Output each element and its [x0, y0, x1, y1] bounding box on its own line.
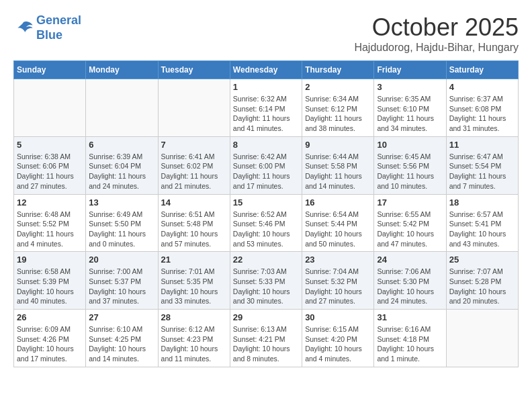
day-info: Sunrise: 6:35 AMSunset: 6:10 PMDaylight:… — [377, 94, 443, 134]
day-info: Sunrise: 6:54 AMSunset: 5:44 PMDaylight:… — [305, 210, 371, 249]
calendar-week-row: 5Sunrise: 6:38 AMSunset: 6:06 PMDaylight… — [14, 136, 519, 194]
day-info: Sunrise: 6:16 AMSunset: 4:18 PMDaylight:… — [377, 324, 443, 364]
calendar-cell: 8Sunrise: 6:42 AMSunset: 6:00 PMDaylight… — [230, 136, 302, 194]
day-info: Sunrise: 6:39 AMSunset: 6:04 PMDaylight:… — [89, 152, 154, 191]
day-info: Sunrise: 7:07 AMSunset: 5:28 PMDaylight:… — [449, 267, 515, 306]
calendar-week-row: 12Sunrise: 6:48 AMSunset: 5:52 PMDayligh… — [14, 194, 519, 252]
calendar-cell: 20Sunrise: 7:00 AMSunset: 5:37 PMDayligh… — [86, 252, 158, 310]
day-number: 14 — [161, 197, 227, 208]
calendar-cell: 18Sunrise: 6:57 AMSunset: 5:41 PMDayligh… — [446, 194, 518, 252]
calendar-cell — [158, 79, 230, 137]
day-info: Sunrise: 6:44 AMSunset: 5:58 PMDaylight:… — [305, 152, 371, 191]
day-info: Sunrise: 6:37 AMSunset: 6:08 PMDaylight:… — [449, 94, 515, 134]
day-info: Sunrise: 6:49 AMSunset: 5:50 PMDaylight:… — [89, 210, 154, 249]
day-number: 13 — [89, 197, 154, 208]
day-number: 20 — [89, 255, 154, 265]
day-info: Sunrise: 7:06 AMSunset: 5:30 PMDaylight:… — [377, 267, 443, 306]
calendar-cell — [446, 310, 518, 367]
day-number: 6 — [89, 140, 154, 150]
day-number: 29 — [233, 312, 299, 322]
calendar-cell: 28Sunrise: 6:12 AMSunset: 4:23 PMDayligh… — [158, 310, 230, 367]
day-number: 25 — [449, 255, 515, 265]
day-info: Sunrise: 6:51 AMSunset: 5:48 PMDaylight:… — [161, 210, 227, 249]
day-info: Sunrise: 7:01 AMSunset: 5:35 PMDaylight:… — [161, 267, 227, 306]
calendar-cell — [86, 79, 158, 137]
calendar-cell: 7Sunrise: 6:41 AMSunset: 6:02 PMDaylight… — [158, 136, 230, 194]
calendar-cell: 11Sunrise: 6:47 AMSunset: 5:54 PMDayligh… — [446, 136, 518, 194]
header-cell-monday: Monday — [86, 61, 158, 79]
day-number: 2 — [305, 82, 371, 92]
header-cell-sunday: Sunday — [14, 61, 86, 79]
day-info: Sunrise: 6:10 AMSunset: 4:25 PMDaylight:… — [89, 324, 154, 364]
calendar-cell — [14, 79, 86, 137]
day-number: 23 — [305, 255, 371, 265]
calendar-cell: 27Sunrise: 6:10 AMSunset: 4:25 PMDayligh… — [86, 310, 158, 367]
calendar-cell: 22Sunrise: 7:03 AMSunset: 5:33 PMDayligh… — [230, 252, 302, 310]
day-number: 11 — [449, 140, 515, 150]
calendar-cell: 31Sunrise: 6:16 AMSunset: 4:18 PMDayligh… — [374, 310, 446, 367]
day-number: 12 — [17, 197, 83, 208]
calendar-cell: 15Sunrise: 6:52 AMSunset: 5:46 PMDayligh… — [230, 194, 302, 252]
calendar-cell: 30Sunrise: 6:15 AMSunset: 4:20 PMDayligh… — [302, 310, 374, 367]
day-number: 5 — [17, 140, 83, 150]
day-info: Sunrise: 6:09 AMSunset: 4:26 PMDaylight:… — [17, 324, 83, 364]
header-row: SundayMondayTuesdayWednesdayThursdayFrid… — [14, 61, 519, 79]
day-info: Sunrise: 6:15 AMSunset: 4:20 PMDaylight:… — [305, 324, 371, 364]
day-info: Sunrise: 6:42 AMSunset: 6:00 PMDaylight:… — [233, 152, 299, 191]
day-number: 8 — [233, 140, 299, 150]
calendar-cell: 29Sunrise: 6:13 AMSunset: 4:21 PMDayligh… — [230, 310, 302, 367]
day-info: Sunrise: 7:00 AMSunset: 5:37 PMDaylight:… — [89, 267, 154, 306]
calendar-cell: 9Sunrise: 6:44 AMSunset: 5:58 PMDaylight… — [302, 136, 374, 194]
logo-text: General Blue — [36, 13, 81, 42]
day-info: Sunrise: 6:34 AMSunset: 6:12 PMDaylight:… — [305, 94, 371, 134]
header-cell-thursday: Thursday — [302, 61, 374, 79]
day-number: 24 — [377, 255, 443, 265]
calendar-week-row: 26Sunrise: 6:09 AMSunset: 4:26 PMDayligh… — [14, 310, 519, 367]
day-info: Sunrise: 6:48 AMSunset: 5:52 PMDaylight:… — [17, 210, 83, 249]
day-info: Sunrise: 6:52 AMSunset: 5:46 PMDaylight:… — [233, 210, 299, 249]
day-info: Sunrise: 6:13 AMSunset: 4:21 PMDaylight:… — [233, 324, 299, 364]
day-number: 16 — [305, 197, 371, 208]
day-info: Sunrise: 6:57 AMSunset: 5:41 PMDaylight:… — [449, 210, 515, 249]
calendar-cell: 17Sunrise: 6:55 AMSunset: 5:42 PMDayligh… — [374, 194, 446, 252]
day-number: 21 — [161, 255, 227, 265]
day-number: 28 — [161, 312, 227, 322]
day-number: 19 — [17, 255, 83, 265]
day-info: Sunrise: 6:45 AMSunset: 5:56 PMDaylight:… — [377, 152, 443, 191]
calendar-cell: 10Sunrise: 6:45 AMSunset: 5:56 PMDayligh… — [374, 136, 446, 194]
calendar-cell: 1Sunrise: 6:32 AMSunset: 6:14 PMDaylight… — [230, 79, 302, 137]
day-number: 3 — [377, 82, 443, 92]
day-number: 17 — [377, 197, 443, 208]
day-info: Sunrise: 7:04 AMSunset: 5:32 PMDaylight:… — [305, 267, 371, 306]
calendar-cell: 14Sunrise: 6:51 AMSunset: 5:48 PMDayligh… — [158, 194, 230, 252]
day-number: 30 — [305, 312, 371, 322]
header-cell-saturday: Saturday — [446, 61, 518, 79]
day-number: 1 — [233, 82, 299, 92]
calendar-cell: 6Sunrise: 6:39 AMSunset: 6:04 PMDaylight… — [86, 136, 158, 194]
day-number: 7 — [161, 140, 227, 150]
day-number: 22 — [233, 255, 299, 265]
day-info: Sunrise: 6:41 AMSunset: 6:02 PMDaylight:… — [161, 152, 227, 191]
header-cell-tuesday: Tuesday — [158, 61, 230, 79]
calendar-cell: 4Sunrise: 6:37 AMSunset: 6:08 PMDaylight… — [446, 79, 518, 137]
month-title: October 2025 — [354, 13, 519, 42]
day-number: 10 — [377, 140, 443, 150]
calendar-table: SundayMondayTuesdayWednesdayThursdayFrid… — [13, 60, 519, 367]
location-subtitle: Hajdudorog, Hajdu-Bihar, Hungary — [354, 42, 519, 54]
day-info: Sunrise: 6:32 AMSunset: 6:14 PMDaylight:… — [233, 94, 299, 134]
day-info: Sunrise: 6:47 AMSunset: 5:54 PMDaylight:… — [449, 152, 515, 191]
logo: General Blue — [13, 13, 81, 42]
header-cell-friday: Friday — [374, 61, 446, 79]
calendar-cell: 3Sunrise: 6:35 AMSunset: 6:10 PMDaylight… — [374, 79, 446, 137]
calendar-cell: 2Sunrise: 6:34 AMSunset: 6:12 PMDaylight… — [302, 79, 374, 137]
page-header: General Blue October 2025 Hajdudorog, Ha… — [13, 13, 519, 54]
day-info: Sunrise: 7:03 AMSunset: 5:33 PMDaylight:… — [233, 267, 299, 306]
day-info: Sunrise: 6:12 AMSunset: 4:23 PMDaylight:… — [161, 324, 227, 364]
calendar-cell: 21Sunrise: 7:01 AMSunset: 5:35 PMDayligh… — [158, 252, 230, 310]
header-cell-wednesday: Wednesday — [230, 61, 302, 79]
calendar-cell: 13Sunrise: 6:49 AMSunset: 5:50 PMDayligh… — [86, 194, 158, 252]
day-number: 9 — [305, 140, 371, 150]
logo-icon — [13, 18, 34, 38]
day-info: Sunrise: 6:55 AMSunset: 5:42 PMDaylight:… — [377, 210, 443, 249]
day-number: 31 — [377, 312, 443, 322]
